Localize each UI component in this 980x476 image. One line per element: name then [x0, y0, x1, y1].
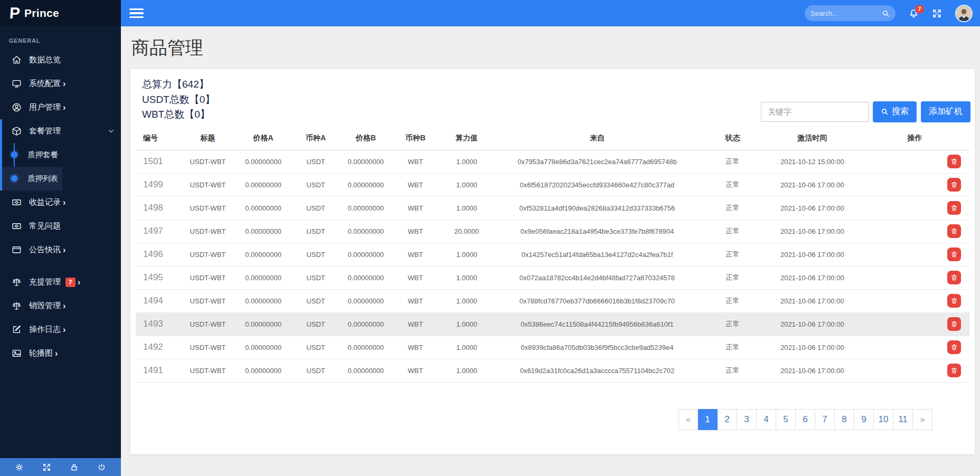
card-top: 总算力【642】 USDT总数【0】 WBT总数【0】 搜索 添加矿机 [130, 69, 975, 125]
sidebar-item-dashboard[interactable]: 数据总览 [0, 48, 121, 72]
column-header: 状态 [701, 126, 765, 150]
cell-from: 0x7953a778e86d3a7621cec2ea74a6777ad69574… [493, 150, 701, 173]
cell-price_b: 0.00000000 [341, 266, 391, 289]
cell-price_b: 0.00000000 [341, 359, 391, 382]
cell-title: USDT-WBT [180, 289, 236, 312]
pagination-page-8[interactable]: 8 [835, 409, 854, 430]
sidebar-item-label: 操作日志 [29, 325, 61, 335]
delete-button[interactable] [947, 178, 961, 192]
column-header: 币种B [391, 126, 440, 150]
table-row: 1495USDT-WBT0.00000000USDT0.00000000WBT1… [136, 266, 969, 289]
delete-button[interactable] [947, 201, 961, 215]
keyword-input[interactable] [761, 102, 869, 122]
search-icon [881, 108, 889, 116]
sidebar-item-pledge-package[interactable]: 质押套餐 [2, 143, 121, 167]
table-row: 1493USDT-WBT0.00000000USDT0.00000000WBT1… [136, 312, 969, 336]
cell-power: 1.0000 [440, 196, 493, 220]
sidebar-item-carousel[interactable]: 轮播图› [0, 341, 121, 365]
cell-price_b: 0.00000000 [341, 173, 391, 196]
hamburger-menu-icon[interactable] [129, 8, 144, 18]
cell-price_a: 0.00000000 [235, 266, 290, 289]
cell-coin_b: WBT [391, 266, 440, 289]
gear-icon[interactable] [15, 463, 24, 472]
cell-price_b: 0.00000000 [341, 243, 391, 266]
sidebar-item-package-management[interactable]: 套餐管理 [2, 119, 121, 143]
delete-button[interactable] [947, 247, 961, 261]
sidebar-item-announcements[interactable]: 公告快讯› [0, 238, 121, 262]
cell-title: USDT-WBT [180, 336, 236, 359]
sidebar-menu: 数据总览系统配置›用户管理›套餐管理质押套餐质押列表收益记录›常见问题公告快讯›… [0, 48, 121, 458]
sidebar-item-system-config[interactable]: 系统配置› [0, 72, 121, 96]
cell-coin_b: WBT [391, 220, 440, 243]
cell-from: 0x788fcd76770eb377db6666016b3b1f8d23709c… [493, 289, 701, 312]
pagination-page-11[interactable]: 11 [893, 409, 913, 430]
table-row: 1492USDT-WBT0.00000000USDT0.00000000WBT1… [136, 336, 969, 359]
pagination-page-3[interactable]: 3 [737, 409, 757, 430]
delete-button[interactable] [947, 294, 961, 308]
cell-action [860, 220, 969, 243]
fullscreen-icon[interactable] [42, 463, 51, 472]
sidebar-item-burn-management[interactable]: 销毁管理› [0, 294, 121, 318]
table-row: 1497USDT-WBT0.00000000USDT0.00000000WBT2… [136, 220, 969, 243]
pagination-page-7[interactable]: 7 [815, 409, 835, 430]
fullscreen-icon[interactable] [932, 8, 942, 18]
cell-coin_a: USDT [291, 336, 341, 359]
cell-coin_a: USDT [291, 220, 341, 243]
sidebar-item-pledge-list[interactable]: 质押列表 [2, 167, 121, 191]
cell-title: USDT-WBT [180, 266, 236, 289]
sidebar-item-faq[interactable]: 常见问题 [0, 214, 121, 238]
pagination-page-1[interactable]: 1 [698, 409, 718, 430]
cell-time: 2021-10-06 17:00:00 [765, 173, 861, 196]
sidebar-item-operation-logs[interactable]: 操作日志› [0, 318, 121, 341]
column-header: 价格B [341, 126, 391, 150]
scale-icon [12, 301, 22, 311]
cell-title: USDT-WBT [180, 359, 236, 382]
bell-icon[interactable]: 7 [909, 8, 919, 18]
table-row: 1501USDT-WBT0.00000000USDT0.00000000WBT1… [136, 150, 969, 173]
delete-button[interactable] [947, 224, 961, 238]
cell-status: 正常 [701, 150, 765, 173]
delete-button[interactable] [947, 340, 961, 354]
banknote-icon [12, 197, 22, 207]
pagination-page-4[interactable]: 4 [757, 409, 776, 430]
power-icon[interactable] [97, 463, 106, 472]
pagination-page-10[interactable]: 10 [874, 409, 893, 430]
brand-name: Prince [24, 7, 59, 20]
sidebar-item-deposit-withdraw[interactable]: 充提管理7› [0, 270, 121, 294]
pagination-prev[interactable]: « [679, 409, 698, 430]
cell-coin_a: USDT [291, 196, 341, 220]
table-row: 1498USDT-WBT0.00000000USDT0.00000000WBT1… [136, 196, 969, 220]
delete-button[interactable] [947, 317, 961, 331]
cell-title: USDT-WBT [180, 312, 236, 336]
search-input[interactable] [811, 9, 882, 17]
pagination-page-9[interactable]: 9 [854, 409, 874, 430]
pagination-page-5[interactable]: 5 [776, 409, 796, 430]
cell-title: USDT-WBT [180, 173, 236, 196]
navbar-right: 7 [805, 5, 973, 22]
sidebar-item-earning-records[interactable]: 收益记录› [0, 191, 121, 214]
cell-price_b: 0.00000000 [341, 150, 391, 173]
top-navbar: 7 [121, 0, 980, 26]
sidebar-item-label: 公告快讯 [29, 245, 61, 255]
pagination-page-2[interactable]: 2 [718, 409, 737, 430]
cell-title: USDT-WBT [180, 243, 236, 266]
cell-from: 0x5386eec74c11508a4f44215fb94956b636a610… [493, 312, 701, 336]
delete-button[interactable] [947, 155, 961, 168]
delete-button[interactable] [947, 364, 961, 377]
search-button[interactable]: 搜索 [873, 101, 917, 122]
pagination-next[interactable]: » [913, 409, 932, 430]
brand-logo-icon: P [9, 5, 21, 21]
pagination-page-6[interactable]: 6 [796, 409, 815, 430]
cell-action [860, 243, 969, 266]
add-miner-button[interactable]: 添加矿机 [921, 101, 970, 122]
delete-button[interactable] [947, 271, 961, 284]
cell-power: 1.0000 [440, 336, 493, 359]
lock-icon[interactable] [70, 463, 79, 472]
search-icon[interactable] [882, 9, 890, 17]
sidebar-item-user-management[interactable]: 用户管理› [0, 96, 121, 119]
cell-coin_a: USDT [291, 266, 341, 289]
cell-time: 2021-10-12 15:00:00 [765, 150, 861, 173]
cell-from: 0x6f5618720202345eccfd9334660e427c80c377… [493, 173, 701, 196]
table-row: 1491USDT-WBT0.00000000USDT0.00000000WBT1… [136, 359, 969, 382]
user-avatar[interactable] [955, 5, 973, 22]
